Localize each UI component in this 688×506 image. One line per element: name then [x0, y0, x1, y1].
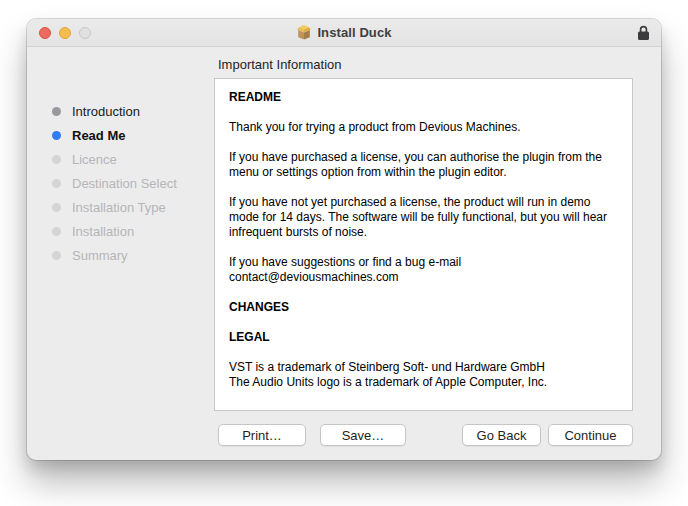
zoom-button	[79, 27, 91, 39]
continue-button[interactable]: Continue	[548, 424, 633, 446]
readme-text[interactable]: READMEThank you for trying a product fro…	[214, 78, 633, 411]
readme-paragraph: VST is a trademark of Steinberg Soft- un…	[229, 360, 618, 390]
readme-heading: CHANGES	[229, 300, 618, 315]
step-bullet-icon	[52, 251, 61, 260]
sidebar-step-installation: Installation	[27, 219, 214, 243]
sidebar-steps: IntroductionRead MeLicenceDestination Se…	[27, 99, 214, 267]
print-button[interactable]: Print…	[218, 424, 306, 446]
step-bullet-icon	[52, 203, 61, 212]
sidebar-step-introduction: Introduction	[27, 99, 214, 123]
package-box-icon	[296, 25, 312, 40]
close-button[interactable]	[39, 27, 51, 39]
lock-icon[interactable]	[637, 25, 650, 41]
step-label: Summary	[72, 248, 128, 263]
sidebar-step-licence: Licence	[27, 147, 214, 171]
step-bullet-icon	[52, 179, 61, 188]
step-label: Installation Type	[72, 200, 166, 215]
step-bullet-icon	[52, 107, 61, 116]
step-bullet-icon	[52, 131, 61, 140]
step-label: Installation	[72, 224, 134, 239]
step-label: Destination Select	[72, 176, 177, 191]
readme-paragraph: If you have not yet purchased a license,…	[229, 195, 618, 240]
sidebar-step-read-me: Read Me	[27, 123, 214, 147]
readme-paragraph: If you have purchased a license, you can…	[229, 150, 618, 180]
window-body: IntroductionRead MeLicenceDestination Se…	[27, 47, 661, 459]
save-button[interactable]: Save…	[320, 424, 406, 446]
step-label: Read Me	[72, 128, 125, 143]
step-label: Introduction	[72, 104, 140, 119]
readme-heading: LEGAL	[229, 330, 618, 345]
titlebar[interactable]: Install Duck	[27, 19, 661, 47]
sidebar-step-summary: Summary	[27, 243, 214, 267]
readme-paragraph: Thank you for trying a product from Devi…	[229, 120, 618, 135]
minimize-button[interactable]	[59, 27, 71, 39]
readme-heading: README	[229, 90, 618, 105]
window-title: Install Duck	[317, 25, 391, 40]
go-back-button[interactable]: Go Back	[462, 424, 541, 446]
step-bullet-icon	[52, 227, 61, 236]
step-label: Licence	[72, 152, 117, 167]
readme-paragraph: If you have suggestions or find a bug e-…	[229, 255, 618, 285]
traffic-lights	[39, 27, 91, 39]
content-heading: Important Information	[218, 57, 342, 72]
title-group: Install Duck	[27, 19, 661, 46]
step-bullet-icon	[52, 155, 61, 164]
installer-window: Install Duck IntroductionRead MeLicenceD…	[27, 19, 661, 460]
sidebar-step-destination-select: Destination Select	[27, 171, 214, 195]
sidebar-step-installation-type: Installation Type	[27, 195, 214, 219]
